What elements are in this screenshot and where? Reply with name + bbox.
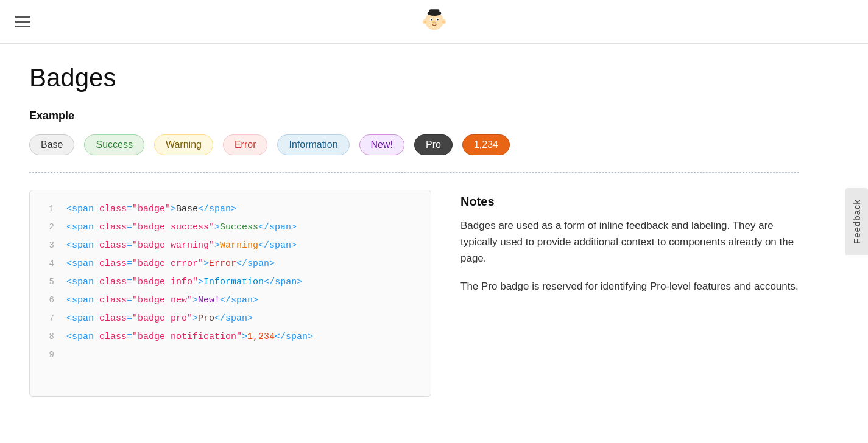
code-line-9: 9 <box>30 346 431 363</box>
notes-section: Notes Badges are used as a form of inlin… <box>460 190 799 305</box>
badge-pro: Pro <box>414 134 453 155</box>
main-content: Badges Example Base Success Warning Erro… <box>0 44 828 416</box>
feedback-tab[interactable]: Feedback <box>845 188 868 255</box>
badge-info: Information <box>277 134 349 155</box>
svg-point-9 <box>434 22 436 23</box>
bottom-section: 1 <span class="badge">Base</span> 2 <spa… <box>29 190 799 397</box>
notes-paragraph-2: The Pro badge is reserved for identifyin… <box>460 278 799 295</box>
code-line-4: 4 <span class="badge error">Error</span> <box>30 255 431 273</box>
badge-notification: 1,234 <box>462 134 510 155</box>
code-line-8: 8 <span class="badge notification">1,234… <box>30 328 431 346</box>
svg-point-5 <box>431 19 432 21</box>
code-line-3: 3 <span class="badge warning">Warning</s… <box>30 237 431 255</box>
code-line-7: 7 <span class="badge pro">Pro</span> <box>30 310 431 328</box>
svg-point-13 <box>442 20 444 23</box>
notes-title: Notes <box>460 195 799 209</box>
svg-rect-2 <box>429 9 439 14</box>
section-divider <box>29 172 799 173</box>
example-label: Example <box>29 110 799 122</box>
code-line-5: 5 <span class="badge info">Information</… <box>30 273 431 291</box>
line-num-5: 5 <box>40 275 54 288</box>
badge-error: Error <box>223 134 268 155</box>
line-num-8: 8 <box>40 330 54 343</box>
svg-point-12 <box>423 20 426 23</box>
hamburger-line-1 <box>15 16 30 18</box>
line-num-3: 3 <box>40 239 54 252</box>
hamburger-menu[interactable] <box>15 16 30 27</box>
hamburger-line-3 <box>15 26 30 27</box>
code-line-2: 2 <span class="badge success">Success</s… <box>30 218 431 237</box>
line-num-1: 1 <box>40 202 54 215</box>
page-title: Badges <box>29 63 799 92</box>
line-num-2: 2 <box>40 220 54 234</box>
header <box>0 0 868 44</box>
svg-point-8 <box>432 22 434 23</box>
hamburger-line-2 <box>15 21 30 23</box>
svg-point-6 <box>437 19 439 21</box>
line-num-9: 9 <box>40 348 54 361</box>
line-num-7: 7 <box>40 312 54 325</box>
svg-point-7 <box>432 21 436 24</box>
badge-new: New! <box>359 134 404 155</box>
badge-warning: Warning <box>154 134 213 155</box>
badge-success: Success <box>84 134 144 155</box>
badges-row: Base Success Warning Error Information N… <box>29 134 799 155</box>
line-num-4: 4 <box>40 257 54 270</box>
line-num-6: 6 <box>40 293 54 307</box>
badge-base: Base <box>29 134 74 155</box>
code-line-6: 6 <span class="badge new">New!</span> <box>30 291 431 310</box>
code-block: 1 <span class="badge">Base</span> 2 <spa… <box>29 190 431 397</box>
code-line-1: 1 <span class="badge">Base</span> <box>30 200 431 218</box>
mailchimp-logo <box>419 7 450 37</box>
notes-paragraph-1: Badges are used as a form of inline feed… <box>460 217 799 267</box>
